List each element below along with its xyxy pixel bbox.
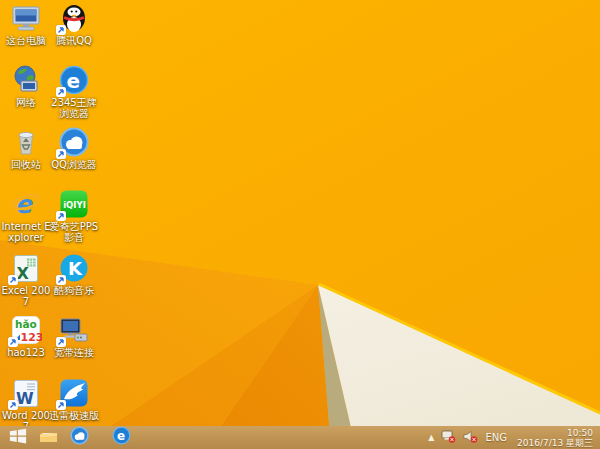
desktop-icon-qq-browser[interactable]: QQ浏览器: [48, 126, 100, 188]
desktop-icon-excel[interactable]: X Excel 2007: [0, 252, 52, 314]
desktop-icon-iqiyi[interactable]: iQIYI 爱奇艺PPS影音: [48, 188, 100, 250]
folder-icon: [39, 427, 58, 448]
svg-text:X: X: [17, 264, 30, 283]
excel-icon: X: [10, 252, 42, 284]
svg-text:hǎo: hǎo: [15, 318, 37, 330]
qq-icon: [58, 2, 90, 34]
icon-label: 回收站: [11, 159, 41, 170]
file-explorer-button[interactable]: [35, 426, 61, 449]
desktop-icon-internet-explorer[interactable]: e Internet Explorer: [0, 188, 52, 250]
shortcut-arrow-icon: [56, 400, 66, 410]
qq-browser-icon: [70, 426, 89, 449]
iqiyi-icon: iQIYI: [58, 188, 90, 220]
system-tray: ▲ ENG 10:50 2016/7/13 星期三: [428, 426, 596, 449]
shortcut-arrow-icon: [56, 337, 66, 347]
broadband-icon: [58, 314, 90, 346]
browser-2345-icon: e: [58, 64, 90, 96]
icon-label: 这台电脑: [6, 35, 46, 46]
start-button[interactable]: [5, 426, 31, 449]
shortcut-arrow-icon: [8, 275, 18, 285]
desktop-icon-hao123[interactable]: hǎo 123 hao123: [0, 314, 52, 376]
tray-expand-button[interactable]: ▲: [428, 434, 434, 442]
ie-icon: e: [10, 188, 42, 220]
svg-text:K: K: [68, 258, 83, 279]
icon-label: QQ浏览器: [51, 159, 97, 170]
clock-date: 2016/7/13 星期三: [517, 438, 593, 448]
shortcut-arrow-icon: [56, 149, 66, 159]
desktop-icon-kugou[interactable]: K 酷狗音乐: [48, 252, 100, 314]
shortcut-arrow-icon: [56, 25, 66, 35]
svg-text:iQIYI: iQIYI: [63, 200, 86, 210]
shortcut-arrow-icon: [8, 337, 18, 347]
word-icon: W: [10, 377, 42, 409]
icon-label: hao123: [7, 347, 45, 358]
windows-logo-icon: [9, 427, 27, 449]
icon-label: 网络: [16, 97, 36, 108]
desktop-icon-network[interactable]: 网络: [0, 64, 52, 126]
icon-label: 腾讯QQ: [56, 35, 92, 46]
shortcut-arrow-icon: [56, 275, 66, 285]
kugou-icon: K: [58, 252, 90, 284]
recycle-bin-icon: [10, 126, 42, 158]
browser-2345-button[interactable]: e: [108, 426, 134, 449]
shortcut-arrow-icon: [56, 211, 66, 221]
svg-text:W: W: [16, 389, 34, 408]
icon-label: 迅雷极速版: [49, 410, 99, 421]
icon-label: 2345王牌浏览器: [48, 97, 100, 119]
icon-label: 爱奇艺PPS影音: [48, 221, 100, 243]
svg-text:e: e: [67, 69, 81, 93]
hao123-icon: hǎo 123: [10, 314, 42, 346]
desktop-icon-qq[interactable]: 腾讯QQ: [48, 2, 100, 64]
icon-label: Internet Explorer: [0, 221, 52, 243]
desktop-icon-broadband[interactable]: 宽带连接: [48, 314, 100, 376]
icon-label: 宽带连接: [54, 347, 94, 358]
qq-browser-icon: [58, 126, 90, 158]
volume-muted-icon[interactable]: [463, 428, 478, 447]
shortcut-arrow-icon: [56, 87, 66, 97]
desktop: 这台电脑 网络 回收站 e: [0, 0, 600, 449]
desktop-icon-2345-browser[interactable]: e 2345王牌浏览器: [48, 64, 100, 126]
desktop-icon-this-pc[interactable]: 这台电脑: [0, 2, 52, 64]
taskbar: e ▲ ENG: [0, 426, 600, 449]
network-icon: [10, 64, 42, 96]
icon-label: 酷狗音乐: [54, 285, 94, 296]
icon-label: Excel 2007: [0, 285, 52, 307]
browser-e-icon: e: [112, 426, 131, 449]
clock-time: 10:50: [567, 428, 593, 438]
clock[interactable]: 10:50 2016/7/13 星期三: [514, 428, 596, 448]
computer-icon: [10, 2, 42, 34]
network-status-icon[interactable]: [441, 428, 456, 447]
svg-text:123: 123: [21, 331, 43, 344]
qq-browser-button[interactable]: [66, 426, 92, 449]
language-indicator[interactable]: ENG: [485, 432, 507, 443]
desktop-icon-recycle-bin[interactable]: 回收站: [0, 126, 52, 188]
thunder-icon: [58, 377, 90, 409]
shortcut-arrow-icon: [8, 400, 18, 410]
svg-text:e: e: [117, 429, 125, 443]
